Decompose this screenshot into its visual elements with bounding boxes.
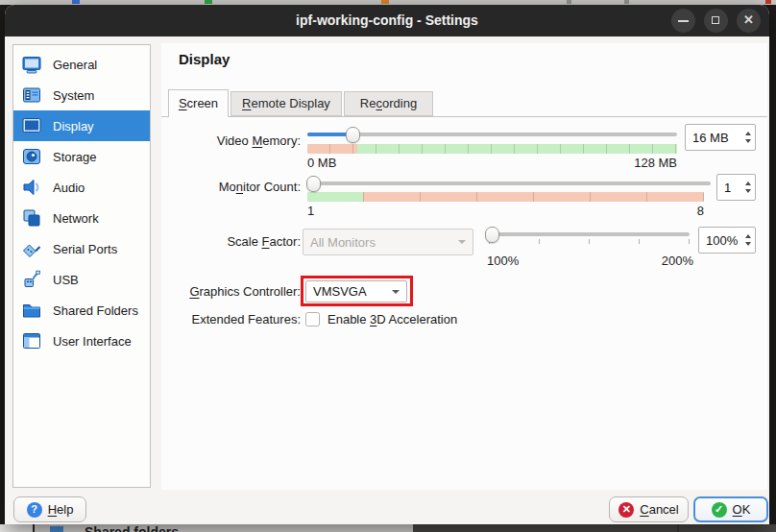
general-icon bbox=[21, 54, 42, 75]
serial-ports-icon bbox=[21, 238, 42, 259]
sidebar-item-storage[interactable]: Storage bbox=[13, 141, 150, 172]
sidebar-item-label: General bbox=[53, 58, 97, 72]
monitor-count-slider[interactable] bbox=[307, 181, 711, 185]
settings-window: ipf-working-config - Settings ✕ General … bbox=[5, 5, 769, 524]
spin-down-icon[interactable] bbox=[745, 139, 751, 143]
sidebar-item-display[interactable]: Display bbox=[13, 110, 150, 141]
sidebar-item-usb[interactable]: USB bbox=[13, 264, 150, 295]
video-memory-min-label: 0 MB bbox=[307, 156, 336, 170]
shared-folders-icon bbox=[21, 300, 42, 321]
close-icon: ✕ bbox=[737, 12, 761, 27]
desktop-icon-fragment bbox=[765, 0, 771, 4]
usb-icon bbox=[21, 269, 42, 290]
sidebar-item-network[interactable]: Network bbox=[13, 203, 150, 233]
window-title: ipf-working-config - Settings bbox=[5, 12, 769, 28]
display-settings-pane: Display Screen Remote Display Recording … bbox=[161, 43, 767, 490]
scale-factor-slider[interactable] bbox=[487, 232, 690, 236]
desktop-icon-fragment bbox=[72, 0, 80, 4]
desktop-icon-fragment bbox=[205, 0, 212, 4]
maximize-button[interactable] bbox=[704, 9, 728, 33]
graphics-controller-label: Graphics Controller: bbox=[161, 284, 301, 299]
monitor-count-max-label: 8 bbox=[697, 204, 704, 218]
video-memory-max-label: 128 MB bbox=[634, 156, 677, 170]
display-icon bbox=[21, 115, 42, 136]
sidebar-item-label: Audio bbox=[53, 181, 85, 195]
monitor-count-label: Monitor Count: bbox=[161, 180, 301, 194]
sidebar-item-label: USB bbox=[53, 273, 79, 287]
ok-icon: ✓ bbox=[712, 502, 727, 518]
spin-down-icon[interactable] bbox=[745, 189, 751, 193]
sidebar-item-label: Display bbox=[53, 119, 94, 133]
background-panel-seam bbox=[677, 524, 679, 532]
chevron-down-icon bbox=[392, 290, 400, 294]
background-window-edge bbox=[0, 524, 35, 532]
sidebar-item-audio[interactable]: Audio bbox=[13, 172, 150, 203]
video-memory-label: Video Memory: bbox=[161, 133, 301, 148]
page-title: Display bbox=[179, 51, 230, 67]
monitor-count-range-band bbox=[307, 192, 704, 202]
spin-up-icon[interactable] bbox=[745, 181, 751, 185]
video-memory-slider[interactable] bbox=[307, 133, 677, 136]
minimize-icon bbox=[678, 20, 689, 22]
sidebar-item-user-interface[interactable]: User Interface bbox=[13, 326, 150, 356]
cancel-button[interactable]: ✕ Cancel bbox=[609, 496, 689, 522]
cancel-icon: ✕ bbox=[618, 502, 634, 518]
background-panel-fragment bbox=[413, 524, 776, 532]
background-window-strip: Shared folders bbox=[0, 524, 776, 532]
sidebar-item-label: Serial Ports bbox=[53, 242, 117, 256]
background-window-fragment: Shared folders bbox=[0, 524, 413, 532]
help-button[interactable]: ? Help bbox=[13, 496, 86, 522]
close-button[interactable]: ✕ bbox=[737, 9, 761, 33]
extended-features-label: Extended Features: bbox=[161, 312, 301, 326]
help-icon: ? bbox=[27, 502, 42, 518]
scale-factor-spinbox[interactable]: 100% bbox=[698, 227, 756, 254]
scale-factor-max-label: 200% bbox=[662, 254, 693, 268]
enable-3d-acceleration-checkbox-label[interactable]: Enable 3D Acceleration bbox=[327, 312, 457, 326]
tab-remote-display[interactable]: Remote Display bbox=[230, 91, 342, 116]
scale-factor-monitor-dropdown: All Monitors bbox=[303, 229, 473, 255]
tabbar-divider bbox=[161, 116, 767, 117]
sidebar-item-label: Shared Folders bbox=[53, 303, 138, 318]
sidebar-item-label: User Interface bbox=[53, 334, 132, 349]
ok-button[interactable]: ✓ OK bbox=[693, 496, 768, 522]
tab-recording[interactable]: Recording bbox=[344, 91, 433, 116]
monitor-count-min-label: 1 bbox=[307, 204, 314, 218]
minimize-button[interactable] bbox=[671, 9, 695, 33]
desktop-icon-fragment bbox=[624, 0, 629, 4]
sidebar-item-label: Network bbox=[53, 211, 99, 226]
maximize-icon bbox=[712, 16, 719, 24]
folder-icon-fragment bbox=[50, 526, 63, 532]
background-window-text: Shared folders bbox=[85, 524, 179, 532]
scale-factor-ticks bbox=[489, 239, 691, 244]
sidebar-item-serial-ports[interactable]: Serial Ports bbox=[13, 233, 150, 264]
tab-screen[interactable]: Screen bbox=[168, 89, 229, 117]
monitor-count-slider-handle[interactable] bbox=[306, 176, 321, 192]
scale-factor-label: Scale Factor: bbox=[161, 234, 301, 249]
network-icon bbox=[21, 207, 42, 229]
settings-category-list: General System Display Storage Audio bbox=[12, 44, 151, 488]
video-memory-range-band bbox=[307, 144, 677, 154]
sidebar-item-system[interactable]: System bbox=[13, 80, 150, 110]
spin-up-icon[interactable] bbox=[745, 234, 751, 238]
spin-down-icon[interactable] bbox=[745, 242, 751, 246]
graphics-controller-dropdown[interactable]: VMSVGA bbox=[305, 280, 407, 302]
user-interface-icon bbox=[21, 330, 42, 351]
storage-icon bbox=[21, 146, 42, 167]
scale-factor-slider-handle[interactable] bbox=[485, 227, 499, 243]
video-memory-spinbox[interactable]: 16 MB bbox=[685, 124, 756, 151]
desktop-icon-fragment bbox=[567, 0, 571, 4]
desktop-icon-fragment bbox=[381, 0, 389, 4]
sidebar-item-shared-folders[interactable]: Shared Folders bbox=[13, 295, 150, 326]
scale-factor-min-label: 100% bbox=[487, 254, 519, 268]
spin-up-icon[interactable] bbox=[745, 132, 751, 135]
sidebar-item-label: Storage bbox=[53, 150, 97, 164]
sidebar-item-label: System bbox=[53, 88, 94, 103]
titlebar[interactable]: ipf-working-config - Settings ✕ bbox=[5, 5, 769, 36]
system-icon bbox=[21, 85, 42, 106]
video-memory-slider-handle[interactable] bbox=[346, 127, 360, 143]
sidebar-item-general[interactable]: General bbox=[13, 49, 150, 80]
monitor-count-spinbox[interactable]: 1 bbox=[716, 174, 756, 201]
enable-3d-acceleration-checkbox[interactable] bbox=[305, 312, 320, 326]
chevron-down-icon bbox=[458, 240, 466, 244]
audio-icon bbox=[21, 177, 42, 198]
